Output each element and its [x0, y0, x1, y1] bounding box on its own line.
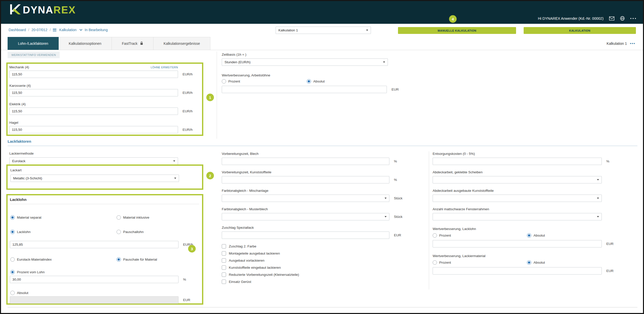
masking-plastic-field: Abdeckarbeit ausgebaute Kunststoffteile [433, 189, 635, 202]
breadcrumb-dashboard-link[interactable]: Dashboard [9, 28, 26, 32]
timebase-label: Zeitbasis (1h = ) [222, 53, 399, 56]
radio-pauschallohn[interactable]: Pauschallohn [117, 230, 144, 234]
checkbox-icon [222, 280, 226, 284]
radio-lacklohn[interactable]: Lacklohn [10, 230, 117, 234]
timebase-section: Zeitbasis (1h = ) Stunden (EUR/h) Wertve… [222, 53, 399, 93]
radio-absolut[interactable]: Absolut [527, 260, 545, 265]
checkbox-reduzierte-vorbereitungszeit[interactable]: Reduzierte Vorbereitungszeit (Kleinersat… [222, 273, 419, 277]
special-paint-label: Zuschlag Speziallack [222, 226, 419, 229]
globe-icon[interactable] [620, 16, 625, 21]
color-match-mixing-select[interactable] [222, 195, 389, 202]
chevron-down-icon [385, 198, 387, 199]
improve-paint-material-input[interactable] [433, 267, 602, 275]
workshop-info-button[interactable]: WERKSTATTINFO VERWENDEN [8, 52, 60, 58]
absolute-material-input[interactable] [10, 296, 179, 304]
prep-plastic-label: Vorbereitungszeit, Kunststoffteile [222, 170, 419, 174]
breadcrumb-order-link[interactable]: 20-07/012 [31, 28, 47, 32]
prep-plastic-input[interactable] [222, 176, 389, 183]
absolute-material-unit: EUR [183, 298, 190, 302]
radio-absolut-material[interactable]: Absolut [10, 291, 117, 295]
paint-type-box: Lackart Metallic (3-Schicht) [6, 164, 203, 190]
disposal-input[interactable] [433, 158, 602, 165]
masking-plastic-select[interactable] [433, 195, 602, 202]
radio-icon [10, 230, 15, 234]
hamburger-icon [53, 29, 56, 31]
breadcrumb-status[interactable]: In Bearbeitung [85, 28, 108, 32]
radio-material-separat[interactable]: Material separat [10, 215, 117, 220]
wage-improvement-input[interactable] [222, 86, 387, 93]
material-mode-radios: Material separat Material inklusive [10, 215, 199, 220]
chevron-down-icon [385, 216, 387, 217]
checkbox-ausgebaut-vorlackieren[interactable]: Ausgebaut vorlackieren [222, 258, 419, 263]
dynarex-logo-icon [10, 4, 21, 16]
prep-sheet-input[interactable] [222, 158, 389, 165]
paint-wage-input[interactable] [10, 241, 179, 248]
tab-kalkulationsergebnisse[interactable]: Kalkulationsergebnisse [153, 37, 210, 50]
improve-paint-wage-input[interactable] [433, 240, 602, 247]
manual-calculation-button[interactable]: MANUELLE KALKULATION [398, 27, 516, 34]
calculation-overflow-menu[interactable]: ••• [630, 41, 635, 46]
wage-unit: EUR/h [183, 91, 193, 95]
prep-sheet-unit: % [394, 159, 397, 163]
checkbox-icon [222, 273, 226, 277]
radio-prozent[interactable]: Prozent [433, 260, 527, 265]
disposal-unit: % [606, 159, 609, 163]
paint-wage-box: Lacklohn Material separat Material inklu… [6, 194, 203, 305]
overflow-menu-icon[interactable] [630, 18, 636, 19]
improve-paint-material-label: Wertverbesserung, Lackiermaterial [433, 254, 635, 258]
masking-glued-select[interactable] [433, 176, 602, 183]
checkbox-zuschlag-2-farbe[interactable]: Zuschlag 2. Farbe [222, 244, 419, 248]
checkbox-einsatz-geruest[interactable]: Einsatz Gerüst [222, 280, 419, 284]
page: { "topbar": { "logo_prefix": "DYNA", "lo… [0, 0, 644, 314]
radio-absolut[interactable]: Absolut [527, 233, 545, 238]
radio-absolut[interactable]: Absolut [307, 79, 325, 83]
matte-frames-field: Anzahl mattschwarze Fensterrahmen [433, 207, 635, 220]
tab-fasttrack[interactable]: FastTrack [112, 37, 153, 50]
chevron-down-icon [173, 160, 175, 162]
mail-icon[interactable] [609, 16, 614, 20]
expand-wages-link[interactable]: LÖHNE ERWEITERN [151, 66, 178, 69]
wage-input-elektrik[interactable] [9, 108, 178, 115]
matte-frames-select[interactable] [433, 213, 602, 220]
disposal-field: Entsorgungskosten (0 - 5%) % [433, 152, 635, 165]
paint-type-select[interactable]: Metallic (3-Schicht) [10, 175, 179, 182]
chevron-down-icon [597, 198, 599, 199]
wage-label-mechanik: Mechanik (4) [9, 65, 29, 69]
color-match-sample-label: Farbtonabgleich - Musterblech [222, 207, 419, 211]
active-calculation-label: Kalkulation 1 [607, 41, 627, 46]
calculation-button[interactable]: KALKULATION [524, 27, 636, 34]
wage-input-karosserie[interactable] [9, 89, 178, 96]
prep-sheet-label: Vorbereitungszeit, Blech [222, 152, 419, 156]
radio-prozent-vom-lohn[interactable]: Prozent vom Lohn [10, 270, 117, 274]
chevron-down-icon [79, 28, 82, 31]
wage-row: Hagel EUR/h [9, 121, 202, 133]
radio-material-inklusive[interactable]: Material inklusive [117, 215, 149, 220]
tab-kalkulationsoptionen[interactable]: Kalkulationsoptionen [59, 37, 112, 50]
radio-prozent[interactable]: Prozent [222, 79, 307, 83]
checkbox-montageteile-ausgebaut[interactable]: Montageteile ausgebaut lackieren [222, 251, 419, 256]
checkbox-kunststoffteile-eingebaut[interactable]: Kunststoffteile eingebaut lackieren [222, 265, 419, 270]
timebase-select[interactable]: Stunden (EUR/h) [222, 58, 388, 66]
radio-icon [10, 215, 15, 220]
wage-label-hagel: Hagel [9, 121, 202, 124]
breadcrumb-kalkulation-link[interactable]: Kalkulation [59, 28, 77, 32]
color-match-sample-select[interactable] [222, 213, 389, 220]
radio-prozent[interactable]: Prozent [433, 233, 527, 238]
color-match-mixing-unit: Stück [394, 196, 403, 200]
percent-of-wage-input[interactable] [10, 276, 179, 283]
paint-method-label: Lackiermethode [9, 152, 186, 155]
wage-row: Elektrik (4) EUR/h [9, 102, 202, 115]
radio-pauschale-material[interactable]: Pauschale für Material [117, 257, 157, 262]
paint-method-value: Eurolack [12, 159, 26, 163]
topbar-right: Hi DYNAREX Anwender (Kd.-Nr. 00002) [538, 16, 636, 21]
tab-lohn-lackfaktoren[interactable]: Lohn-/Lackfaktoren [8, 37, 59, 50]
paint-method-select[interactable]: Eurolack [9, 157, 178, 165]
special-paint-input[interactable] [222, 232, 389, 239]
wage-unit: EUR/h [183, 72, 193, 76]
radio-eurolack-materialindex[interactable]: Eurolack-Materialindex [10, 257, 117, 262]
checkbox-icon [222, 265, 226, 270]
wage-input-hagel[interactable] [9, 126, 178, 133]
wage-input-mechanik[interactable] [9, 71, 178, 78]
calculation-select[interactable]: Kalkulation 1 [276, 27, 371, 34]
chevron-down-icon [383, 61, 385, 63]
